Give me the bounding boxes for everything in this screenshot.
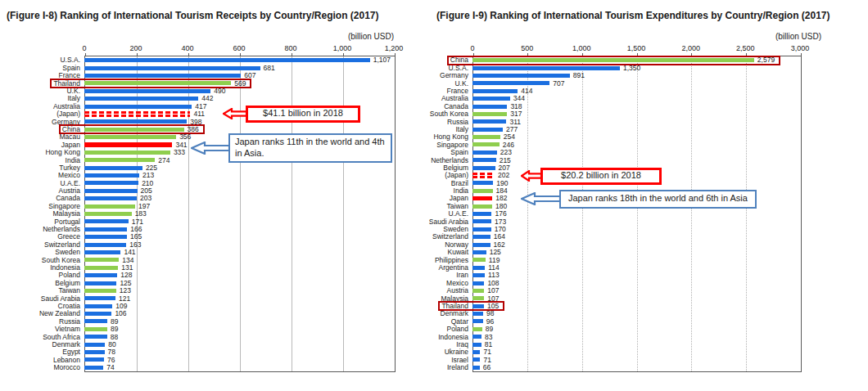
bar: [472, 304, 484, 308]
bar: [84, 158, 155, 162]
bar: [472, 97, 510, 101]
value-label: 190: [496, 180, 508, 187]
bar-cell: 681: [84, 65, 394, 72]
value-label: 344: [513, 95, 525, 102]
chart-row: Ukraine71: [414, 348, 800, 356]
value-label: 254: [504, 133, 515, 141]
bar-cell: 246: [472, 142, 800, 149]
country-label: Hong Kong: [414, 133, 472, 141]
bar-cell: 134: [84, 257, 394, 264]
bar: [84, 327, 107, 331]
bar: [472, 312, 483, 316]
bar: [472, 250, 486, 254]
value-label: 125: [120, 280, 131, 287]
country-label: U.S.A.: [7, 56, 84, 64]
bar: [84, 273, 117, 277]
left-arrow-icon: [191, 142, 230, 155]
bar: [472, 357, 480, 362]
axis-tick-label: 1,000: [333, 44, 352, 52]
value-label: 356: [179, 133, 191, 141]
country-label: U.K.: [414, 80, 472, 88]
country-label: France: [414, 88, 472, 95]
value-label: 215: [500, 157, 511, 164]
country-label: Poland: [414, 326, 472, 333]
chart-row: Mexico108: [414, 279, 800, 286]
country-label: India: [414, 187, 472, 195]
chart-row: Singapore246: [414, 141, 800, 148]
bar-cell: 106: [84, 310, 394, 317]
value-label: 223: [500, 149, 512, 156]
value-label: 107: [487, 287, 499, 294]
value-label: 1,350: [623, 65, 640, 72]
bar-cell: 89: [84, 326, 394, 333]
bar: [84, 366, 103, 370]
bar-cell: 107: [472, 287, 800, 294]
chart-row: Russia311: [414, 118, 800, 125]
axis-tick-label: 1,500: [627, 44, 646, 52]
chart-row: U.K.490: [7, 88, 394, 95]
bar-cell: 176: [472, 210, 800, 218]
value-label: 89: [111, 326, 118, 333]
bar: [84, 181, 138, 185]
country-label: Saudi Arabia: [7, 295, 84, 303]
country-label: China: [414, 56, 472, 64]
chart-row: Ireland66: [414, 364, 800, 371]
value-label: 274: [158, 157, 170, 164]
bar: [84, 151, 170, 155]
bar: [84, 227, 127, 231]
bar-cell: 74: [84, 364, 394, 371]
bar: [472, 158, 496, 162]
axis-tick-label: 200: [129, 44, 142, 52]
bar: [472, 319, 483, 323]
chart-row: Norway162: [414, 240, 800, 248]
country-label: Russia: [414, 119, 472, 126]
chart-row: Germany891: [414, 72, 800, 79]
country-label: Australia: [414, 95, 472, 102]
chart-row: South Korea317: [414, 110, 800, 118]
bar-rows: China2,579U.S.A.1,350Germany891U.K.707Fr…: [414, 56, 800, 371]
bar: [84, 296, 115, 300]
bar-cell: 166: [84, 226, 394, 233]
value-label: 213: [142, 172, 154, 179]
value-label: 184: [496, 187, 508, 195]
value-label: 107: [487, 295, 499, 303]
bar-cell: 1,107: [84, 56, 394, 64]
bar-cell: 414: [472, 88, 800, 95]
country-label: Germany: [7, 119, 84, 126]
value-label: 131: [121, 264, 133, 272]
country-label: Kuwait: [414, 249, 472, 256]
value-label: 317: [510, 110, 522, 118]
bar: [84, 312, 111, 316]
country-label: Germany: [414, 72, 472, 79]
bar: [472, 81, 549, 85]
country-label: U.S.A.: [414, 65, 472, 72]
value-label: 98: [486, 310, 494, 317]
bar-cell: 76: [84, 357, 394, 364]
value-label: 71: [483, 348, 491, 356]
value-label: 386: [188, 126, 199, 133]
value-label: 114: [488, 264, 500, 272]
chart-row: U.A.E.176: [414, 210, 800, 218]
axis-tick-label: 0: [470, 44, 474, 52]
axis-unit-label: (billion USD): [775, 32, 821, 41]
annotation-japan-2018-receipts: $41.1 billion in 2018: [223, 105, 360, 123]
country-label: Indonesia: [7, 264, 84, 272]
chart-row: Spain223: [414, 149, 800, 156]
bar: [84, 335, 107, 339]
country-label: Russia: [7, 318, 84, 326]
bar-cell: 344: [472, 95, 800, 102]
bar: [84, 135, 176, 139]
country-label: Morocco: [7, 364, 84, 371]
value-label: 108: [487, 280, 499, 287]
bar-cell: 317: [472, 110, 800, 118]
bar: [472, 173, 495, 178]
value-label: 681: [264, 65, 275, 72]
chart-row: Morocco74: [7, 364, 394, 371]
value-label: 171: [132, 218, 143, 226]
value-label: 106: [115, 310, 126, 317]
axis-tick-mark: [395, 53, 396, 56]
bar-cell: 215: [472, 157, 800, 164]
bar: [472, 204, 492, 209]
bar: [84, 266, 118, 270]
axis-tick-label: 1,000: [572, 44, 591, 52]
